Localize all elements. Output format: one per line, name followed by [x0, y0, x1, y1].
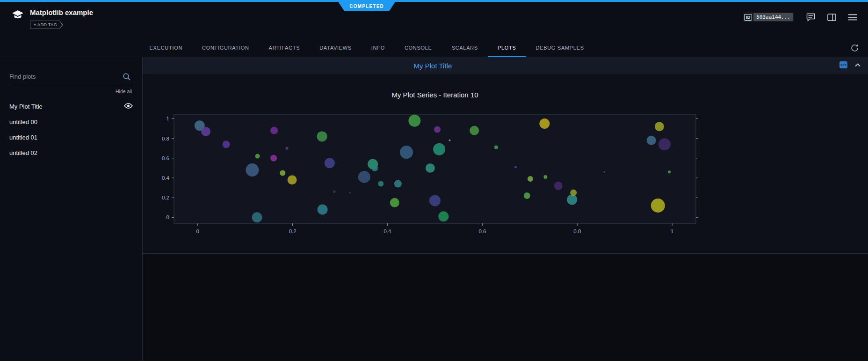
collapse-chevron-up-icon[interactable]	[855, 63, 861, 67]
svg-text:0.4: 0.4	[384, 228, 392, 234]
plot-panel-header: My Plot Title </>	[143, 57, 868, 75]
search-plots-input[interactable]	[9, 70, 132, 84]
id-label: ID	[744, 14, 752, 21]
search-row	[9, 70, 132, 84]
svg-text:0.6: 0.6	[478, 228, 486, 234]
svg-text:0: 0	[166, 214, 169, 220]
plot-list-item-label: My Plot Title	[9, 103, 43, 110]
add-tag-label: + ADD TAG	[30, 21, 63, 29]
app-window: COMPLETED Matplotlib example + ADD TAG I…	[0, 0, 868, 361]
header-right: ID 503aa144...	[743, 12, 857, 22]
svg-text:0.6: 0.6	[162, 155, 169, 161]
app-header: Matplotlib example + ADD TAG ID 503aa144…	[0, 2, 868, 39]
menu-icon[interactable]	[848, 14, 857, 21]
status-banner: COMPLETED	[338, 2, 395, 11]
scatter-plot[interactable]: 00.20.40.60.8100.20.40.60.81	[152, 111, 717, 240]
panel-actions: </>	[839, 61, 861, 68]
plot-list-item-label: untitled 01	[9, 134, 37, 141]
content-area: Hide all My Plot Title untitled 00 untit	[0, 57, 868, 361]
plot-list-item-untitled-01[interactable]: untitled 01	[0, 130, 142, 145]
title-block: Matplotlib example + ADD TAG	[30, 8, 93, 29]
status-label: COMPLETED	[349, 4, 384, 9]
svg-text:0: 0	[196, 228, 199, 234]
clearml-logo-icon[interactable]	[11, 9, 24, 22]
auto-refresh-icon[interactable]	[850, 43, 860, 53]
id-value: 503aa144...	[753, 13, 793, 21]
add-tag-button[interactable]: + ADD TAG	[30, 21, 63, 29]
svg-text:1: 1	[671, 228, 673, 234]
plot-list-item-label: untitled 00	[9, 118, 37, 125]
comments-icon[interactable]	[806, 13, 815, 22]
svg-text:0.8: 0.8	[573, 228, 581, 234]
plot-main-area: My Plot Title </> My Plot Series - Itera…	[143, 57, 868, 361]
tab-scalars[interactable]: SCALARS	[442, 39, 488, 57]
svg-text:0.8: 0.8	[162, 136, 169, 141]
plot-list-item-untitled-02[interactable]: untitled 02	[0, 145, 142, 161]
plots-sidebar: Hide all My Plot Title untitled 00 untit	[0, 57, 143, 361]
header-left: Matplotlib example + ADD TAG	[11, 8, 93, 29]
hide-all-link[interactable]: Hide all	[9, 88, 132, 94]
tab-configuration[interactable]: CONFIGURATION	[192, 39, 259, 57]
tab-artifacts[interactable]: ARTIFACTS	[259, 39, 310, 57]
svg-text:0.2: 0.2	[289, 228, 297, 234]
tab-plots[interactable]: PLOTS	[488, 39, 526, 57]
svg-text:0.2: 0.2	[162, 195, 169, 200]
empty-area	[143, 254, 868, 361]
visibility-eye-icon[interactable]	[124, 103, 133, 110]
svg-text:1: 1	[166, 116, 169, 121]
tab-execution[interactable]: EXECUTION	[140, 39, 192, 57]
tab-dataviews[interactable]: DATAVIEWS	[310, 39, 362, 57]
tab-debug-samples[interactable]: DEBUG SAMPLES	[526, 39, 593, 57]
plot-list-item-untitled-00[interactable]: untitled 00	[0, 114, 142, 130]
tab-console[interactable]: CONSOLE	[395, 39, 442, 57]
view-code-icon[interactable]: </>	[839, 61, 847, 68]
plot-list-item-my-plot-title[interactable]: My Plot Title	[0, 99, 142, 114]
plot-list-item-label: untitled 02	[9, 149, 37, 156]
experiment-title: Matplotlib example	[30, 8, 93, 16]
tab-info[interactable]: INFO	[362, 39, 395, 57]
experiment-id-badge[interactable]: ID 503aa144...	[743, 12, 794, 22]
svg-text:0.4: 0.4	[162, 175, 170, 181]
tabs-inner: EXECUTION CONFIGURATION ARTIFACTS DATAVI…	[140, 39, 594, 57]
plot-panel-title: My Plot Title	[414, 62, 452, 70]
plot-list: My Plot Title untitled 00 untitled 01	[0, 99, 142, 161]
details-panel-icon[interactable]	[827, 14, 836, 21]
search-icon[interactable]	[123, 73, 131, 83]
plot-card: My Plot Series - Iteration 10 00.20.40.6…	[143, 75, 868, 253]
chart-title: My Plot Series - Iteration 10	[174, 91, 696, 99]
task-tabs-bar: EXECUTION CONFIGURATION ARTIFACTS DATAVI…	[0, 39, 868, 57]
